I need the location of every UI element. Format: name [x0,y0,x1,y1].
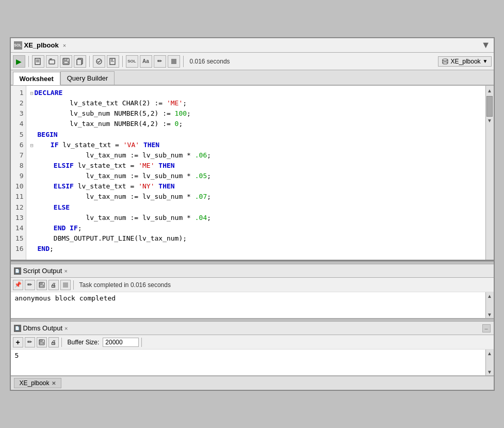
line-numbers: 12345678910111213141516 [11,86,26,260]
dbms-save-btn[interactable] [37,337,47,347]
dbms-scroll-down[interactable]: ▼ [486,368,493,375]
svg-rect-21 [40,342,43,344]
svg-rect-20 [40,340,42,341]
script-edit-btn[interactable]: ✏ [25,280,35,290]
line-number: 6 [13,140,24,150]
script-status-text: Task completed in 0.016 seconds [79,281,171,289]
toolbar-btn-6[interactable] [107,55,119,68]
code-line: ELSIF lv_state_txt = 'ME' THEN [30,161,481,171]
page-icon [35,58,42,65]
code-line: lv_tax_num := lv_sub_num * .06; [30,150,481,161]
dbms-output-close[interactable]: × [64,325,68,331]
refresh-icon [109,58,117,65]
code-line: ⊟ IF lv_state_txt = 'VA' THEN [30,140,481,150]
buffer-size-label: Buffer Size: [68,339,100,346]
clear-icon [62,282,69,288]
buffer-size-input[interactable] [103,338,139,347]
editor-scrollbar[interactable]: ▲ ▼ [485,86,494,260]
code-line: lv_tax_num NUMBER(4,2) := 0; [30,119,481,129]
db-arrow: ▼ [483,58,488,64]
script-output-label: Script Output [23,267,62,275]
scroll-up-arrow[interactable]: ▲ [486,87,493,94]
scrollbar-thumb[interactable] [486,96,493,117]
dbms-scrollbar[interactable]: ▲ ▼ [485,350,494,375]
tab-query-builder[interactable]: Query Builder [60,71,115,85]
title-icon: SOL [14,41,22,50]
script-scrollbar[interactable]: ▲ ▼ [485,292,494,318]
dbms-print-btn[interactable]: 🖨 [48,337,59,347]
script-print-btn[interactable]: 🖨 [48,280,59,290]
db-name: XE_plbook [451,58,481,65]
dbms-add-btn[interactable]: + [13,337,23,347]
window-title: XE_plbook [24,41,59,49]
script-output-content-row: anonymous block completed ▲ ▼ [11,292,494,318]
dbms-minimize-btn[interactable]: – [482,324,491,332]
code-line: BEGIN [30,130,481,140]
code-line: END IF; [30,223,481,233]
code-line: lv_tax_num := lv_sub_num * .05; [30,171,481,181]
line-number: 14 [13,223,24,233]
bottom-tab-label: XE_plbook [20,379,50,387]
database-selector[interactable]: XE_plbook ▼ [438,56,492,67]
sep2 [89,56,90,67]
script-output-text: anonymous block completed [15,294,116,302]
dbms-save-icon [39,339,45,345]
script-clear-btn[interactable] [60,280,71,290]
toolbar-btn-1[interactable] [32,55,44,68]
script-scroll-up[interactable]: ▲ [486,292,493,299]
svg-rect-0 [35,58,40,65]
fold-btn[interactable]: ⊟ [30,90,34,96]
dbms-output-header: 📄 Dbms Output × – [11,322,494,335]
dbms-output-icon: 📄 [14,325,21,332]
window-minimize-btn[interactable]: ▼ [481,40,491,51]
scroll-down-arrow[interactable]: ▼ [486,117,493,124]
code-line: DBMS_OUTPUT.PUT_LINE(lv_tax_num); [30,233,481,244]
line-number: 2 [13,98,24,108]
main-toolbar: ▶ SOL Aa ✏ 0.016 seconds [11,53,494,70]
script-pin-btn[interactable]: 📌 [13,280,23,290]
svg-rect-12 [171,59,176,64]
svg-rect-18 [63,282,68,288]
script-output-content[interactable]: anonymous block completed [11,292,485,318]
dbms-output-title: 📄 Dbms Output × [14,324,68,332]
tab-worksheet[interactable]: Worksheet [13,72,60,85]
save-icon-s [39,282,45,288]
toolbar-btn-5[interactable] [93,55,105,68]
stop-icon [171,58,177,65]
dbms-edit-btn[interactable]: ✏ [25,337,35,347]
dbms-output-content[interactable]: 5 [11,350,485,375]
code-content[interactable]: ⊟DECLARE lv_state_txt CHAR(2) := 'ME'; l… [26,86,485,260]
title-close-btn[interactable]: × [63,42,66,49]
script-output-close[interactable]: × [64,268,67,274]
editor-tabs: Worksheet Query Builder [11,70,494,86]
bottom-tab-close[interactable]: ✕ [52,381,56,386]
title-bar: SOL XE_plbook × ▼ [11,38,494,53]
dbms-scroll-up[interactable]: ▲ [486,350,493,357]
save-icon [62,58,70,65]
line-number: 13 [13,213,24,223]
execution-time: 0.016 seconds [190,58,230,65]
bottom-tab-xe[interactable]: XE_plbook ✕ [14,378,61,388]
dbms-output-panel: 📄 Dbms Output × – + ✏ 🖨 Buffer Size: 5 [11,322,494,376]
fold-btn[interactable]: ⊟ [30,142,34,148]
script-save-btn[interactable] [37,280,47,290]
toolbar-btn-sol[interactable]: SOL [126,55,138,68]
script-output-header: 📄 Script Output × [11,264,494,278]
dbms-output-content-row: 5 ▲ ▼ [11,350,494,375]
toolbar-btn-4[interactable] [74,55,86,68]
code-line: ELSE [30,202,481,213]
toolbar-btn-aa[interactable]: Aa [140,55,152,68]
toolbar-btn-pencil[interactable]: ✏ [154,55,166,68]
toolbar-btn-3[interactable] [60,55,72,68]
line-number: 9 [13,171,24,181]
toolbar-btn-2[interactable] [46,55,58,68]
svg-rect-6 [64,58,67,60]
script-scroll-down[interactable]: ▼ [486,311,493,318]
svg-rect-7 [64,61,68,64]
sep1 [28,56,29,67]
bottom-tab-bar: XE_plbook ✕ [11,376,494,390]
dbms-sep [61,338,62,347]
toolbar-btn-stop[interactable] [168,55,180,68]
run-button[interactable]: ▶ [13,55,25,68]
line-number: 16 [13,244,24,254]
